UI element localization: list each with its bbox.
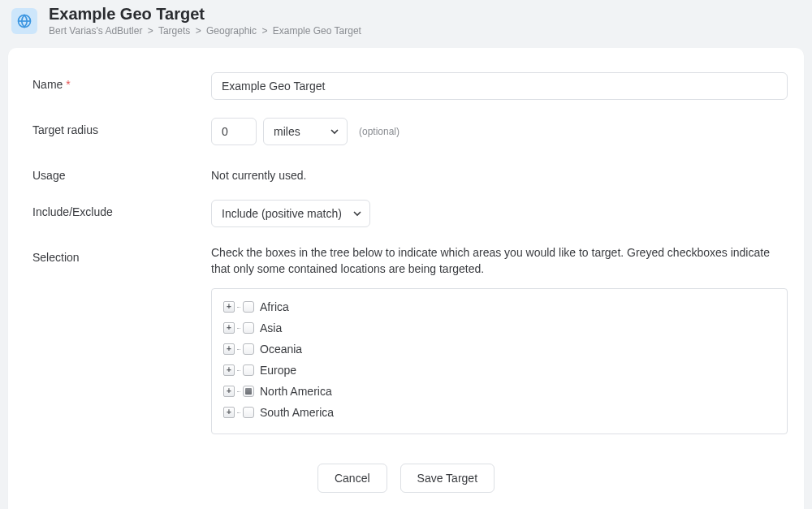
tree-connector bbox=[237, 391, 240, 392]
save-target-button[interactable]: Save Target bbox=[400, 464, 495, 493]
region-checkbox[interactable] bbox=[243, 364, 254, 376]
radius-optional-text: (optional) bbox=[359, 126, 400, 137]
tree-connector bbox=[237, 307, 240, 308]
expand-icon[interactable]: + bbox=[223, 386, 235, 397]
usage-label: Usage bbox=[32, 163, 211, 182]
region-label: North America bbox=[260, 385, 332, 398]
form-card: Name * Target radius miles (optional) Us… bbox=[8, 48, 804, 509]
tree-item: +Oceania bbox=[223, 343, 775, 356]
region-label: Europe bbox=[260, 364, 296, 377]
globe-icon bbox=[11, 8, 37, 34]
breadcrumb-item[interactable]: Targets bbox=[158, 25, 190, 37]
selection-help-text: Check the boxes in the tree below to ind… bbox=[211, 245, 788, 277]
region-checkbox[interactable] bbox=[243, 322, 254, 334]
cancel-button[interactable]: Cancel bbox=[317, 464, 387, 493]
expand-icon[interactable]: + bbox=[223, 322, 235, 334]
breadcrumb-item[interactable]: Geographic bbox=[206, 25, 257, 37]
expand-icon[interactable]: + bbox=[223, 364, 235, 376]
region-label: South America bbox=[260, 406, 334, 419]
expand-icon[interactable]: + bbox=[223, 301, 235, 313]
name-label: Name * bbox=[32, 72, 211, 91]
breadcrumb: Bert Varias's AdButler > Targets > Geogr… bbox=[49, 25, 361, 37]
breadcrumb-item[interactable]: Bert Varias's AdButler bbox=[49, 25, 142, 37]
include-exclude-label: Include/Exclude bbox=[32, 200, 211, 218]
page-title: Example Geo Target bbox=[49, 5, 361, 24]
region-checkbox[interactable] bbox=[243, 343, 254, 355]
tree-item: +Asia bbox=[223, 321, 775, 334]
radius-value-input[interactable] bbox=[211, 118, 257, 145]
tree-item: +Africa bbox=[223, 300, 775, 313]
region-checkbox[interactable] bbox=[243, 301, 254, 313]
tree-connector bbox=[237, 370, 240, 371]
region-tree: +Africa+Asia+Oceania+Europe+North Americ… bbox=[211, 288, 788, 434]
radius-label: Target radius bbox=[32, 118, 211, 136]
region-label: Africa bbox=[260, 300, 289, 313]
tree-item: +Europe bbox=[223, 364, 775, 377]
name-input[interactable] bbox=[211, 72, 788, 100]
tree-item: +North America bbox=[223, 385, 775, 398]
region-checkbox[interactable] bbox=[243, 407, 254, 418]
region-label: Oceania bbox=[260, 343, 302, 356]
expand-icon[interactable]: + bbox=[223, 343, 235, 355]
region-label: Asia bbox=[260, 321, 282, 334]
usage-value: Not currently used. bbox=[211, 163, 780, 182]
breadcrumb-item: Example Geo Target bbox=[273, 25, 361, 37]
selection-label: Selection bbox=[32, 245, 211, 264]
expand-icon[interactable]: + bbox=[223, 407, 235, 418]
include-exclude-select[interactable]: Include (positive match) bbox=[211, 200, 370, 227]
radius-unit-select[interactable]: miles bbox=[263, 118, 348, 145]
region-checkbox[interactable] bbox=[243, 386, 254, 397]
tree-connector bbox=[237, 328, 240, 329]
tree-connector bbox=[237, 349, 240, 350]
tree-connector bbox=[237, 412, 240, 413]
page-header: Example Geo Target Bert Varias's AdButle… bbox=[0, 0, 812, 43]
tree-item: +South America bbox=[223, 406, 775, 419]
